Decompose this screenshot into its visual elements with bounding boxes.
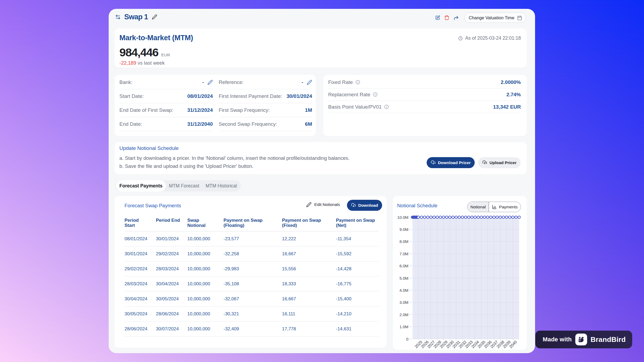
change-valuation-time-button[interactable]: Change Valuation Time	[464, 13, 526, 23]
update-notional-step-a: a. Start by downloading a pricer. In the…	[119, 155, 350, 161]
brandbird-badge[interactable]: Made with BrandBird	[535, 331, 632, 348]
detail-value: 30/01/2024	[287, 93, 312, 99]
detail-row-bank: Bank:-	[119, 75, 213, 89]
detail-value-text: -	[202, 79, 204, 85]
rate-label: Replacement Rate	[328, 92, 378, 98]
table-cell: -29,983	[224, 261, 282, 276]
share-swap-button[interactable]	[453, 15, 459, 20]
rate-label-text: Replacement Rate	[328, 92, 370, 98]
update-notional-card: Update Notional Schedule a. Start by dow…	[115, 142, 527, 174]
page-title: Swap 1	[124, 13, 148, 21]
table-cell: 30/07/2024	[156, 322, 187, 337]
swap-details-grid: Bank:-Reference:-Start Date:08/01/2024Fi…	[119, 75, 312, 131]
detail-value-text: 31/12/2024	[187, 107, 213, 113]
svg-text:6.0M: 6.0M	[400, 264, 408, 268]
table-cell: -15,400	[336, 291, 379, 306]
detail-row-start-date: Start Date:08/01/2024	[119, 89, 213, 103]
forecast-payments-card: Forecast Swap Payments Edit Notionals Do…	[115, 196, 387, 348]
detail-row-first-swap-frequency: First Swap Frequency:1M	[219, 103, 312, 117]
detail-value-text: 31/12/2040	[187, 121, 213, 127]
svg-text:9.0M: 9.0M	[400, 227, 408, 232]
table-col-header: Payment on Swap(Floating)	[224, 217, 282, 231]
chart-toggle-notional[interactable]: Notional	[467, 202, 489, 212]
calendar-icon	[517, 15, 522, 20]
download-pricer-button[interactable]: Download Pricer	[427, 157, 475, 168]
table-cell: -14,631	[336, 322, 379, 337]
table-cell: 08/01/2024	[125, 231, 156, 246]
table-cell: 30/04/2024	[156, 276, 187, 291]
detail-row-first-interest-payment-date: First Interest Payment Date:30/01/2024	[219, 89, 312, 103]
table-cell: 15,556	[282, 261, 336, 276]
tab-bar: Forecast PaymentsMTM ForecastMTM Histori…	[115, 180, 241, 191]
svg-text:10.0M: 10.0M	[397, 215, 408, 220]
table-cell: -32,409	[224, 322, 282, 337]
detail-row-reference: Reference:-	[219, 75, 312, 89]
table-col-header: SwapNotional	[187, 217, 224, 231]
edit-title-pencil-icon[interactable]	[152, 14, 157, 20]
table-col-header: Payment on Swap(Net)	[336, 217, 379, 231]
edit-notionals-label: Edit Notionals	[314, 202, 340, 207]
download-table-button[interactable]: Download	[347, 200, 382, 211]
table-cell: 30/01/2024	[156, 231, 187, 246]
mtm-as-of: As of 2025-03-24 22:01:18	[458, 35, 521, 41]
info-icon[interactable]	[384, 104, 389, 109]
detail-row-end-date-of-first-swap: End Date of First Swap:31/12/2024	[119, 103, 213, 117]
table-cell: 12,222	[282, 231, 336, 246]
table-cell: 16,667	[282, 291, 336, 306]
detail-label: Reference:	[219, 79, 244, 85]
table-title: Forecast Swap Payments	[125, 203, 181, 209]
info-icon[interactable]	[355, 80, 360, 85]
table-cell: -32,067	[224, 291, 282, 306]
bird-icon	[577, 335, 585, 344]
tab-forecast-payments[interactable]: Forecast Payments	[116, 180, 166, 191]
tab-mtm-forecast[interactable]: MTM Forecast	[166, 180, 203, 191]
svg-text:8.0M: 8.0M	[400, 239, 408, 244]
svg-text:7.0M: 7.0M	[400, 252, 408, 256]
table-cell: 16,667	[282, 246, 336, 261]
mtm-delta-row: -22,189 vs last week	[119, 60, 521, 66]
detail-value: 1M	[305, 107, 312, 113]
rate-label-text: Basis Point Value/PV01	[328, 104, 382, 110]
upload-pricer-button[interactable]: Upload Pricer	[478, 157, 521, 168]
info-icon[interactable]	[373, 92, 378, 97]
update-notional-step-b: b. Save the file and upload it using the…	[119, 163, 254, 169]
detail-value: 08/01/2024	[187, 93, 213, 99]
table-cell: 10,000,000	[187, 261, 224, 276]
header-actions: Change Valuation Time	[435, 13, 526, 23]
edit-reference-pencil-icon[interactable]	[307, 80, 312, 85]
chart-toggle-payments[interactable]: Payments	[489, 202, 521, 212]
edit-swap-button[interactable]	[435, 15, 440, 20]
svg-text:5.0M: 5.0M	[400, 276, 408, 280]
table-cell: 30/01/2024	[125, 246, 156, 261]
edit-notionals-button[interactable]: Edit Notionals	[306, 202, 340, 207]
swap-icon	[115, 14, 121, 20]
table-col-header: Payment on Swap(Fixed)	[282, 217, 336, 231]
badge-brand-name: BrandBird	[591, 335, 626, 344]
table-cell: 29/02/2024	[125, 261, 156, 276]
notional-chart: 01.0M2.0M3.0M4.0M5.0M6.0M7.0M8.0M9.0M10.…	[393, 212, 527, 350]
table-cell: -14,428	[336, 261, 379, 276]
table-cell: 17,778	[282, 322, 336, 337]
table-cell: 29/02/2024	[156, 246, 187, 261]
detail-label: First Interest Payment Date:	[219, 93, 282, 99]
table-cell: 28/06/2024	[125, 322, 156, 337]
chart-title: Notional Schedule	[397, 203, 437, 209]
edit-bank-pencil-icon[interactable]	[207, 80, 213, 85]
update-notional-actions: Download Pricer Upload Pricer	[427, 157, 521, 168]
update-notional-title: Update Notional Schedule	[119, 145, 179, 151]
detail-label: First Swap Frequency:	[219, 107, 270, 113]
svg-text:2.0M: 2.0M	[400, 312, 408, 317]
detail-value-text: 30/01/2024	[287, 93, 312, 99]
rate-value: 13,342 EUR	[493, 104, 521, 110]
delete-swap-button[interactable]	[444, 15, 449, 20]
table-cell: 30/05/2024	[156, 291, 187, 306]
mtm-as-of-text: As of 2025-03-24 22:01:18	[465, 35, 521, 41]
detail-value: 31/12/2040	[187, 121, 213, 127]
tab-mtm-historical[interactable]: MTM Historical	[202, 180, 240, 191]
table-cell: -14,210	[336, 306, 379, 322]
notional-schedule-card: Notional Schedule NotionalPayments 01.0M…	[393, 196, 527, 350]
rate-label: Basis Point Value/PV01	[328, 104, 389, 110]
mtm-card: Mark-to-Market (MTM) 984,446 EUR -22,189…	[115, 28, 527, 68]
share-arrow-icon	[453, 15, 459, 20]
table-cell: 28/03/2024	[125, 276, 156, 291]
